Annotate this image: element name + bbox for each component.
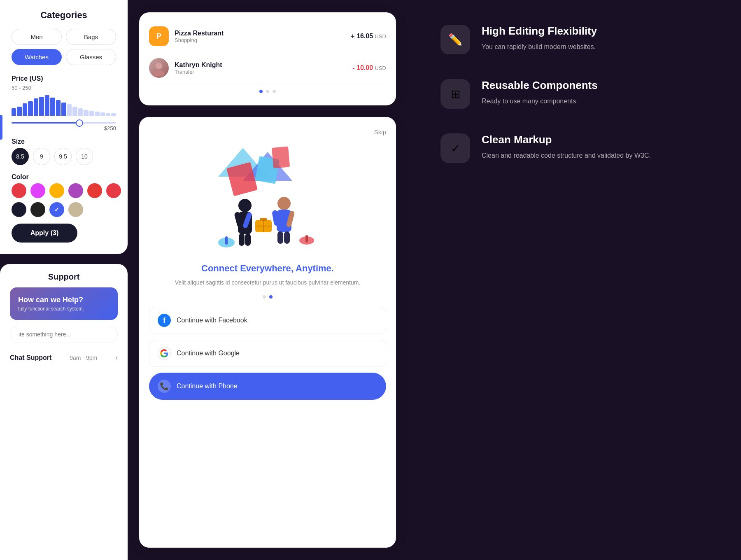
- color-blue-selected[interactable]: [49, 202, 64, 217]
- google-button-label: Continue with Google: [177, 350, 240, 357]
- size-10[interactable]: 10: [76, 148, 93, 165]
- cat-men[interactable]: Men: [12, 29, 62, 45]
- left-panel: Categories Men Bags Watches Glasses Pric…: [0, 0, 128, 560]
- kathryn-name: Kathryn Knight: [175, 61, 347, 69]
- price-range-track[interactable]: [12, 122, 116, 124]
- svg-point-0: [156, 63, 162, 69]
- support-banner-heading: How can we Help?: [18, 296, 110, 304]
- facebook-button[interactable]: f Continue with Facebook: [149, 307, 386, 334]
- kathryn-amount: - 10.00 USD: [352, 64, 386, 72]
- svg-point-13: [277, 197, 291, 210]
- support-banner-sub: fully functional search system.: [18, 306, 110, 312]
- size-label: Size: [12, 138, 116, 145]
- onboarding-illustration: [149, 140, 386, 255]
- svg-point-1: [154, 70, 164, 76]
- onboarding-card: Skip: [139, 117, 396, 548]
- right-panel: ✏️ High Editing Flexibility You can rapi…: [408, 0, 741, 560]
- pagination-dot-3[interactable]: [273, 90, 276, 93]
- chat-support-time: 9am - 9pm: [70, 355, 97, 361]
- pagination-dot-2[interactable]: [266, 90, 269, 93]
- chevron-right-icon[interactable]: ›: [115, 353, 118, 362]
- cat-glasses[interactable]: Glasses: [66, 49, 116, 65]
- price-thumb-label: $250: [12, 125, 116, 131]
- feature-markup-desc: Clean and readable code structure and va…: [482, 150, 651, 161]
- svg-rect-22: [305, 235, 308, 243]
- svg-rect-11: [239, 233, 245, 246]
- color-pink[interactable]: [30, 183, 45, 198]
- price-label: Price (US): [12, 75, 116, 82]
- table-row: Kathryn Knight Transfer - 10.00 USD: [149, 52, 386, 84]
- google-button[interactable]: Continue with Google: [149, 340, 386, 367]
- feature-editing-text: High Editing Flexibility You can rapidly…: [482, 25, 597, 52]
- feature-components-text: Reusable Components Ready to use many co…: [482, 79, 598, 107]
- onboarding-desc: Velit aliquet sagittis id consectetur pu…: [149, 278, 386, 287]
- cat-bags[interactable]: Bags: [66, 29, 116, 45]
- support-banner: How can we Help? fully functional search…: [10, 287, 118, 320]
- table-row: P Pizza Resturant Shopping + 16.05 USD: [149, 21, 386, 52]
- apply-button[interactable]: Apply (3): [12, 224, 77, 243]
- svg-point-7: [238, 199, 252, 212]
- onboarding-pagination: [149, 295, 386, 299]
- color-label: Color: [12, 173, 116, 181]
- feature-editing: ✏️ High Editing Flexibility You can rapi…: [440, 25, 708, 54]
- feature-markup-title: Clean Markup: [482, 133, 651, 146]
- feature-editing-title: High Editing Flexibility: [482, 25, 597, 37]
- transaction-info: Pizza Resturant Shopping: [175, 30, 345, 43]
- color-dark2[interactable]: [30, 202, 45, 217]
- phone-button-label: Continue with Phone: [177, 383, 238, 390]
- facebook-icon: f: [158, 314, 171, 327]
- svg-rect-17: [277, 231, 283, 244]
- svg-rect-6: [272, 147, 290, 168]
- pizza-icon: P: [149, 26, 169, 46]
- filter-card: Categories Men Bags Watches Glasses Pric…: [0, 0, 128, 254]
- categories-title: Categories: [12, 10, 116, 21]
- color-beige[interactable]: [68, 202, 83, 217]
- feature-components-title: Reusable Components: [482, 79, 598, 92]
- svg-rect-18: [284, 231, 290, 244]
- svg-rect-12: [245, 233, 251, 246]
- color-red2[interactable]: [87, 183, 102, 198]
- support-title: Support: [10, 272, 118, 282]
- svg-rect-20: [225, 236, 228, 245]
- transaction-pagination: [149, 90, 386, 93]
- cat-watches[interactable]: Watches: [12, 49, 62, 65]
- transaction-category: Shopping: [175, 37, 345, 43]
- support-search-input[interactable]: [10, 326, 118, 343]
- transaction-card: P Pizza Resturant Shopping + 16.05 USD K…: [139, 12, 396, 105]
- social-buttons: f Continue with Facebook Continue with G…: [149, 307, 386, 400]
- edit-icon-box: ✏️: [440, 25, 470, 54]
- onboarding-dot-2[interactable]: [269, 295, 273, 299]
- feature-components-desc: Ready to use many components.: [482, 96, 598, 107]
- feature-components: ⊞ Reusable Components Ready to use many …: [440, 79, 708, 109]
- skip-button[interactable]: Skip: [149, 128, 386, 135]
- chat-support-label: Chat Support: [10, 354, 51, 362]
- middle-panel: P Pizza Resturant Shopping + 16.05 USD K…: [128, 0, 408, 560]
- feature-markup: ✓ Clean Markup Clean and readable code s…: [440, 133, 708, 163]
- onboarding-dot-1[interactable]: [263, 295, 266, 299]
- category-grid: Men Bags Watches Glasses: [12, 29, 116, 65]
- chat-support-row: Chat Support 9am - 9pm ›: [10, 349, 118, 366]
- color-dark[interactable]: [12, 202, 26, 217]
- size-9-5[interactable]: 9.5: [54, 148, 72, 165]
- check-icon-box: ✓: [440, 133, 470, 163]
- price-bar-chart: [12, 95, 116, 120]
- color-yellow[interactable]: [49, 183, 64, 198]
- pagination-dot-1[interactable]: [259, 90, 263, 93]
- facebook-button-label: Continue with Facebook: [177, 317, 247, 324]
- transaction-name: Pizza Resturant: [175, 30, 345, 37]
- color-grid: [12, 183, 116, 217]
- size-8-5[interactable]: 8.5: [12, 148, 29, 165]
- size-9[interactable]: 9: [33, 148, 50, 165]
- onboarding-title: Connect Everywhere, Anytime.: [149, 263, 386, 274]
- feature-editing-desc: You can rapidly build modern websites.: [482, 42, 597, 52]
- feature-markup-text: Clean Markup Clean and readable code str…: [482, 133, 651, 161]
- size-row: 8.5 9 9.5 10: [12, 148, 116, 165]
- transaction-amount: + 16.05 USD: [351, 33, 386, 40]
- price-range-text: 50 - 250: [12, 85, 116, 91]
- color-purple[interactable]: [68, 183, 83, 198]
- grid-icon-box: ⊞: [440, 79, 470, 109]
- color-red3[interactable]: [106, 183, 121, 198]
- phone-button[interactable]: 📞 Continue with Phone: [149, 373, 386, 400]
- phone-icon: 📞: [158, 380, 171, 393]
- color-red[interactable]: [12, 183, 26, 198]
